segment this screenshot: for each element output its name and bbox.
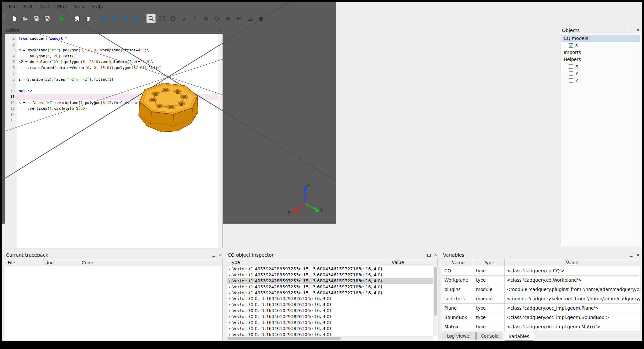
expand-arrow-icon[interactable]: ▸ bbox=[227, 302, 232, 308]
inspector-row[interactable]: ▸Vector: (1.4053924288597253e-15, -3.680… bbox=[227, 284, 433, 290]
tree-item-cq-models[interactable]: CQ models bbox=[561, 35, 640, 42]
tree-item-z[interactable]: Z bbox=[561, 77, 640, 84]
variable-row[interactable]: pluginsmodule<module 'cadquery.plugins' … bbox=[442, 285, 640, 294]
expand-arrow-icon[interactable]: ▸ bbox=[227, 296, 232, 302]
inspector-row[interactable]: ▸Vector: (1.4053924288597253e-15, -3.680… bbox=[227, 278, 433, 284]
cad-model[interactable] bbox=[134, 79, 205, 147]
objects-tree: CQ modelssImportsHelpersXYZ bbox=[561, 34, 640, 247]
expand-arrow-icon[interactable]: ▸ bbox=[227, 266, 232, 272]
traceback-panel-titlebar: Current traceback bbox=[4, 251, 224, 259]
axis-triad-icon: Z X Y bbox=[285, 181, 325, 214]
close-panel-icon[interactable] bbox=[636, 29, 639, 32]
expand-arrow-icon[interactable]: ▸ bbox=[227, 272, 232, 278]
inspector-row[interactable]: ▸Vector: (1.4053924288597253e-15, -3.680… bbox=[227, 290, 433, 296]
axis-x-label: X bbox=[288, 210, 291, 214]
column-header-type[interactable]: Type bbox=[227, 259, 389, 266]
column-header-value[interactable]: Value bbox=[389, 259, 438, 266]
objects-panel-titlebar: Objects bbox=[560, 27, 641, 34]
inspector-panel-title: CQ object inspector bbox=[228, 252, 274, 258]
objects-panel-title: Objects bbox=[562, 28, 580, 33]
column-header-code[interactable]: Code bbox=[79, 259, 222, 266]
axis-z-label: Z bbox=[307, 183, 310, 188]
inspector-panel: CQ object inspector TypeValue ▸Vector: (… bbox=[226, 251, 439, 341]
column-header-type[interactable]: Type bbox=[474, 259, 505, 266]
axis-y-label: Y bbox=[320, 208, 323, 213]
expand-arrow-icon[interactable]: ▸ bbox=[227, 332, 232, 336]
tree-item-y[interactable]: Y bbox=[561, 70, 640, 77]
traceback-table: FileLineCode bbox=[5, 259, 223, 341]
inspector-row[interactable]: ▸Vector: (1.4053924288597253e-15, -3.680… bbox=[227, 272, 433, 278]
column-header-value[interactable]: Value bbox=[505, 259, 640, 266]
expand-arrow-icon[interactable]: ▸ bbox=[227, 278, 232, 284]
expand-arrow-icon[interactable]: ▸ bbox=[227, 326, 232, 332]
tab-console[interactable]: Console bbox=[476, 332, 503, 340]
variables-panel: Variables NameTypeValue CQtype<class 'ca… bbox=[441, 251, 641, 341]
checkbox[interactable] bbox=[569, 43, 573, 48]
expand-arrow-icon[interactable]: ▸ bbox=[227, 290, 232, 296]
float-panel-icon[interactable] bbox=[630, 254, 633, 257]
variable-row[interactable]: selectorsmodule<module 'cadquery.selecto… bbox=[442, 294, 640, 304]
variable-row[interactable]: Planetype<class 'cadquery.occ_impl.geom.… bbox=[442, 304, 640, 313]
variables-panel-titlebar: Variables bbox=[441, 251, 641, 259]
tree-item-helpers[interactable]: Helpers bbox=[561, 56, 640, 63]
checkbox[interactable] bbox=[569, 78, 573, 83]
inspector-table: TypeValue ▸Vector: (1.4053924288597253e-… bbox=[227, 259, 438, 341]
objects-panel: Objects CQ modelssImportsHelpersXYZ bbox=[560, 27, 641, 248]
float-panel-icon[interactable] bbox=[427, 254, 431, 257]
tab-variables[interactable]: Variables bbox=[504, 332, 534, 341]
inspector-row[interactable]: ▸Vector: (0.0, -1.1604610293826104e-16, … bbox=[227, 302, 433, 308]
inspector-row[interactable]: ▸Vector: (0.0, -1.1604610293826104e-16, … bbox=[227, 314, 433, 320]
inspector-row[interactable]: ▸Vector: (0.0, -1.1604610293826104e-16, … bbox=[227, 308, 433, 314]
inspector-row[interactable]: ▸Vector: (0.0, -1.1604610293826104e-16, … bbox=[227, 332, 433, 336]
screenshot-frame: FileEditToolsRunViewHelp ▶▶||▶≡▶▶▶↓↑⊗⊙→←… bbox=[0, 0, 644, 349]
variables-table: NameTypeValue CQtype<class 'cadquery.cq.… bbox=[442, 259, 640, 331]
inspector-panel-titlebar: CQ object inspector bbox=[226, 251, 439, 259]
traceback-panel: Current traceback FileLineCode bbox=[4, 251, 224, 341]
checkbox[interactable] bbox=[569, 71, 573, 76]
expand-arrow-icon[interactable]: ▸ bbox=[227, 284, 232, 290]
variable-row[interactable]: CQtype<class 'cadquery.cq.CQ'> bbox=[442, 266, 640, 276]
traceback-panel-title: Current traceback bbox=[6, 252, 48, 258]
variable-row[interactable]: Matrixtype<class 'cadquery.occ_impl.geom… bbox=[442, 322, 640, 331]
inspector-vscrollbar[interactable] bbox=[433, 266, 438, 336]
column-header-file[interactable]: File bbox=[5, 259, 42, 266]
float-panel-icon[interactable] bbox=[630, 29, 633, 32]
tree-item-imports[interactable]: Imports bbox=[561, 49, 640, 56]
inspector-row[interactable]: ▸Vector: (0.0, -1.1604610293826104e-16, … bbox=[227, 326, 433, 332]
variables-panel-title: Variables bbox=[443, 252, 464, 258]
expand-arrow-icon[interactable]: ▸ bbox=[227, 320, 232, 326]
expand-arrow-icon[interactable]: ▸ bbox=[227, 314, 232, 320]
variable-row[interactable]: Workplanetype<class 'cadquery.cq.Workpla… bbox=[442, 276, 640, 285]
close-panel-icon[interactable] bbox=[218, 253, 222, 257]
tab-log-viewer[interactable]: Log viewer bbox=[442, 332, 476, 340]
inspector-row[interactable]: ▸Vector: (0.0, -1.1604610293826104e-16, … bbox=[227, 320, 433, 326]
inspector-row[interactable]: ▸Vector: (0.0, -1.1604610293826104e-16, … bbox=[227, 296, 433, 302]
tree-item-s[interactable]: s bbox=[561, 42, 640, 49]
close-panel-icon[interactable] bbox=[636, 253, 639, 257]
checkbox[interactable] bbox=[569, 64, 573, 69]
close-panel-icon[interactable] bbox=[433, 253, 437, 257]
viewport-3d[interactable]: Z X Y bbox=[2, 2, 336, 224]
column-header-line[interactable]: Line bbox=[42, 259, 79, 266]
tree-item-x[interactable]: X bbox=[561, 63, 640, 70]
bottom-dock-tabs: Log viewerConsoleVariables bbox=[442, 332, 535, 341]
inspector-row[interactable]: ▸Vector: (1.4053924288597253e-15, -3.680… bbox=[227, 266, 433, 272]
inspector-hscrollbar[interactable] bbox=[227, 336, 433, 341]
expand-arrow-icon[interactable]: ▸ bbox=[227, 308, 232, 314]
column-header-name[interactable]: Name bbox=[442, 259, 474, 266]
float-panel-icon[interactable] bbox=[212, 254, 215, 257]
variable-row[interactable]: BoundBoxtype<class 'cadquery.occ_impl.ge… bbox=[442, 313, 640, 322]
app-window: FileEditToolsRunViewHelp ▶▶||▶≡▶▶▶↓↑⊗⊙→←… bbox=[2, 2, 642, 341]
